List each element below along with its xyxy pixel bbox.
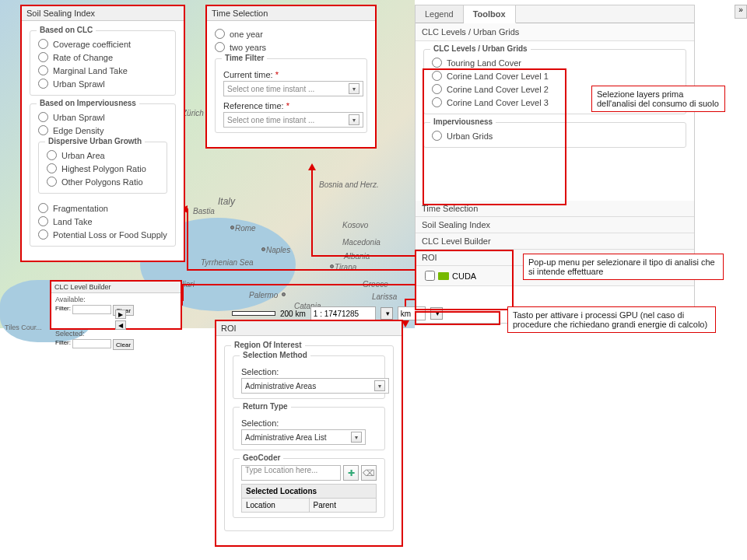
- map-label-rome: Rome: [235, 224, 256, 233]
- soil-sealing-header: Soil Sealing Index: [22, 6, 184, 21]
- return-selection-label: Selection:: [241, 418, 377, 428]
- reference-time-select[interactable]: Select one time instant ...▾: [223, 112, 363, 128]
- callout-popup: Pop-up menu per selezionare il tipo di a…: [523, 254, 724, 280]
- accordion-time-selection[interactable]: Time Selection: [416, 201, 694, 217]
- map-label-bosnia: Bosnia and Herz.: [319, 180, 379, 189]
- accordion-soil-sealing[interactable]: Soil Sealing Index: [416, 217, 694, 233]
- radio-urban-grids[interactable]: Urban Grids: [432, 129, 678, 142]
- col-parent: Parent: [310, 499, 377, 512]
- available-filter-input[interactable]: [72, 305, 111, 314]
- chevron-down-icon: ▾: [349, 114, 359, 125]
- map-label-kosovo: Kosovo: [342, 221, 368, 229]
- radio-land-take[interactable]: Land Take: [38, 215, 167, 228]
- radio-coverage-coefficient[interactable]: Coverage coefficient: [38, 37, 167, 51]
- breadcrumb: CLC Levels / Urban Grids: [416, 23, 694, 41]
- scale-segment: [232, 311, 275, 316]
- radio-other-polygons-ratio[interactable]: Other Polygons Ratio: [47, 175, 159, 188]
- selection-label: Selection:: [241, 367, 377, 376]
- cuda-checkbox[interactable]: [425, 271, 435, 281]
- cuda-logo-icon: [438, 272, 449, 280]
- selected-locations-header: Selected Locations: [241, 484, 377, 499]
- geocoder-clear-button[interactable]: ⌫: [361, 465, 377, 481]
- scale-distance: 200 km: [280, 310, 306, 318]
- time-selection-panel: Time Selection one year two years Time F…: [205, 5, 377, 149]
- map-label-zurich: Zürich: [182, 109, 204, 117]
- scale-ratio-input[interactable]: [310, 306, 376, 320]
- geocoder-title: GeoCoder: [240, 453, 283, 462]
- selection-method-title: Selection Method: [240, 351, 310, 359]
- geocoder-input[interactable]: Type Location here...: [241, 465, 341, 481]
- dispersive-title: Dispersive Urban Growth: [45, 137, 145, 145]
- tiles-credit: Tiles Cour...: [5, 324, 42, 331]
- roi-region-title: Region Of Interest: [231, 341, 305, 349]
- radio-urban-sprawl-imp[interactable]: Urban Sprawl: [38, 110, 167, 124]
- selected-clear-button[interactable]: Clear: [113, 339, 134, 350]
- soil-sealing-panel: Soil Sealing Index Based on CLC Coverage…: [20, 5, 185, 262]
- selected-locations-table: Location Parent: [241, 499, 377, 513]
- scale-unit-chevron[interactable]: ▾: [430, 307, 443, 320]
- imp-group-title: Based on Imperviousness: [37, 99, 139, 107]
- selected-filter-input[interactable]: [72, 339, 111, 348]
- return-type-title: Return Type: [240, 402, 291, 411]
- time-filter-title: Time Filter: [222, 54, 267, 62]
- time-selection-header: Time Selection: [207, 6, 375, 21]
- roi-panel: ROI Region Of Interest Selection Method …: [215, 320, 403, 547]
- map-label-larissa: Larissa: [372, 292, 397, 301]
- move-right-button[interactable]: ▶: [115, 310, 126, 319]
- geocoder-add-button[interactable]: ✚: [343, 465, 359, 481]
- radio-urban-sprawl-clc[interactable]: Urban Sprawl: [38, 77, 167, 90]
- radio-touring-land-cover[interactable]: Touring Land Cover: [432, 56, 678, 69]
- return-type-select[interactable]: Administrative Area List▾: [241, 429, 366, 445]
- scale-step-button[interactable]: ▾: [381, 307, 393, 320]
- cuda-label: CUDA: [452, 271, 476, 281]
- map-label-naples: Naples: [266, 246, 290, 254]
- radio-one-year[interactable]: one year: [215, 27, 367, 40]
- clc-layers-title: CLC Levels / Urban Grids: [430, 44, 531, 53]
- map-label-bastia: Bastia: [193, 207, 215, 215]
- reference-time-label: Reference time: *: [223, 101, 359, 110]
- radio-edge-density[interactable]: Edge Density: [38, 124, 167, 137]
- current-time-select[interactable]: Select one time instant ...▾: [223, 81, 363, 96]
- roi-header: ROI: [216, 321, 402, 336]
- callout-layers: Selezione layers prima dell'analisi del …: [591, 86, 725, 112]
- available-label: Available:: [55, 296, 111, 303]
- map-label-italy: Italy: [218, 196, 235, 207]
- chevron-down-icon: ▾: [374, 380, 385, 391]
- callout-gpu: Tasto per attivare i processi GPU (nel c…: [507, 306, 716, 333]
- map-label-palermo: Palermo: [249, 291, 278, 299]
- tab-toolbox[interactable]: Toolbox: [464, 5, 516, 23]
- accordion-clc-builder[interactable]: CLC Level Builder: [416, 233, 694, 250]
- scale-unit-select[interactable]: km: [398, 306, 426, 320]
- radio-corine-level-1[interactable]: Corine Land Cover Level 1: [432, 69, 678, 82]
- clc-builder-panel: CLC Level Builder Available: Filter: Cle…: [50, 280, 182, 330]
- radio-rate-of-change[interactable]: Rate of Change: [38, 51, 167, 64]
- scale-bar: 200 km ▾ km ▾: [232, 306, 443, 320]
- radio-fragmentation[interactable]: Fragmentation: [38, 201, 167, 215]
- radio-marginal-land-take[interactable]: Marginal Land Take: [38, 64, 167, 77]
- selected-label: Selected:: [55, 330, 111, 338]
- sidebar-expand-button[interactable]: »: [735, 5, 747, 19]
- col-location: Location: [242, 499, 310, 512]
- clc-group-title: Based on CLC: [37, 26, 96, 34]
- chevron-down-icon: ▾: [349, 83, 359, 94]
- radio-potential-loss[interactable]: Potential Loss or Food Supply: [38, 228, 167, 241]
- chevron-down-icon: ▾: [351, 432, 362, 443]
- radio-highest-polygon-ratio[interactable]: Highest Polygon Ratio: [47, 162, 159, 175]
- current-time-label: Current time: *: [223, 70, 359, 79]
- tab-legend[interactable]: Legend: [416, 5, 464, 23]
- clc-builder-header: CLC Level Builder: [51, 282, 181, 293]
- move-left-button[interactable]: ◀: [115, 320, 126, 330]
- map-label-tyrrhenian: Tyrrhenian Sea: [201, 258, 254, 267]
- radio-urban-area[interactable]: Urban Area: [47, 149, 159, 162]
- radio-two-years[interactable]: two years: [215, 40, 367, 54]
- selection-method-select[interactable]: Administrative Areas▾: [241, 378, 389, 394]
- imperviousness-title: Imperviousness: [430, 117, 496, 126]
- map-label-macedonia: Macedonia: [342, 238, 381, 247]
